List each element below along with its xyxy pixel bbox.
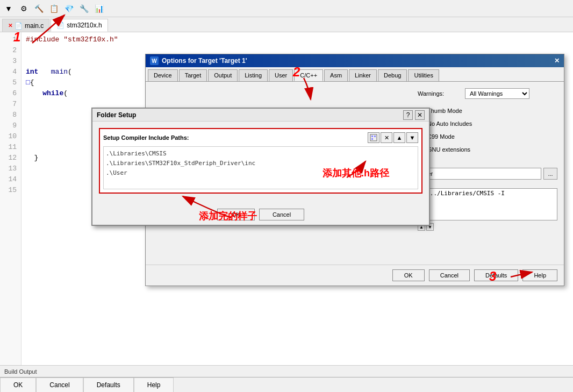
line-num: 8 — [4, 110, 17, 120]
c99-label: C99 Mode — [427, 133, 455, 140]
ip-add-btn[interactable] — [368, 132, 379, 143]
tab-main-c[interactable]: ✕ 📄 main.c — [2, 19, 49, 32]
line-num: 7 — [4, 99, 17, 110]
path-item-2: .\Libraries\STM32F10x_StdPeriph_Driver\i… — [106, 159, 416, 168]
line-num: 6 — [4, 88, 17, 99]
thumb-mode-row: Thumb Mode — [418, 108, 557, 114]
thumb-mode-label: Thumb Mode — [427, 108, 462, 114]
folder-title-bar: Folder Setup ? ✕ — [92, 109, 429, 122]
options-dialog-title: Options for Target 'Target 1' — [162, 57, 247, 65]
options-footer: OK Cancel Defaults Help — [146, 265, 564, 286]
gnu-label: GNU extensions — [427, 146, 470, 153]
folder-cancel-btn[interactable]: Cancel — [259, 209, 304, 220]
status-bar: OK Cancel Defaults Help — [0, 377, 573, 392]
folder-title-buttons: ? ✕ — [403, 110, 425, 120]
options-close-btn[interactable]: ✕ — [554, 57, 560, 65]
folder-question-btn[interactable]: ? — [403, 110, 413, 120]
line-num: 11 — [4, 142, 17, 153]
options-right: Warnings: All Warnings No Warnings Thumb… — [418, 88, 557, 258]
gnu-row: GNU extensions — [418, 146, 557, 153]
tab-listing[interactable]: Listing — [239, 69, 268, 81]
svg-rect-1 — [371, 136, 373, 137]
tab-asm[interactable]: Asm — [324, 69, 348, 81]
tab-cpp[interactable]: C/C++ — [294, 69, 323, 81]
tool-btn-1[interactable]: ⚙ — [17, 2, 30, 15]
options-title-bar: W Options for Target 'Target 1' ✕ — [146, 54, 564, 67]
tab-label-main: main.c — [25, 22, 44, 30]
tool-btn-3[interactable]: 📋 — [47, 2, 60, 15]
code-line-1: #include "stm32f10x.h" — [26, 34, 569, 45]
include-paths-toolbar: ✕ ▲ ▼ — [368, 132, 418, 143]
line-num: 13 — [4, 163, 17, 174]
folder-close-btn[interactable]: ✕ — [415, 110, 425, 120]
ip-up-btn[interactable]: ▲ — [393, 132, 405, 143]
options-dialog-icon: W — [150, 56, 159, 65]
tab-utilities[interactable]: Utilities — [408, 69, 439, 81]
no-auto-label: No Auto Includes — [427, 120, 472, 127]
line-numbers: 1 2 3 4 5 6 7 8 9 10 11 12 13 14 15 — [0, 32, 22, 365]
ip-down-btn[interactable]: ▼ — [406, 132, 418, 143]
user-browse-btn[interactable]: ... — [543, 168, 557, 180]
user-input[interactable] — [418, 168, 541, 180]
tool-btn-6[interactable]: 📊 — [92, 2, 105, 15]
line-num: 5 — [4, 77, 17, 88]
dropdown-btn[interactable]: ▼ — [2, 2, 15, 15]
user-input-row: ... — [418, 168, 557, 180]
line-num: 15 — [4, 185, 17, 196]
misc-section: -I ../Libraries/CMSIS -I ▲ ▼ — [418, 188, 557, 231]
options-tabs: Device Target Output Listing User C/C++ … — [146, 67, 564, 82]
tab-linker[interactable]: Linker — [349, 69, 377, 81]
line-num: 2 — [4, 45, 17, 56]
tab-user[interactable]: User — [269, 69, 293, 81]
tab-device[interactable]: Device — [148, 69, 178, 81]
tab-bar: ✕ 📄 main.c 📄 stm32f10x.h — [0, 17, 573, 32]
line-num: 4 — [4, 67, 17, 77]
line-num: 10 — [4, 131, 17, 142]
user-section: ... — [418, 168, 557, 180]
folder-content: Setup Compiler Include Paths: ✕ ▲ ▼ .\Li… — [92, 122, 429, 204]
tab-target[interactable]: Target — [179, 69, 207, 81]
tab-icon-stm32: 📄 — [56, 22, 65, 29]
options-cancel-btn[interactable]: Cancel — [429, 269, 470, 281]
tab-debug[interactable]: Debug — [378, 69, 407, 81]
tab-icon-main: 📄 — [15, 22, 23, 30]
misc-textarea[interactable]: -I ../Libraries/CMSIS -I — [418, 188, 557, 220]
warnings-label: Warnings: — [418, 90, 461, 97]
line-num: 3 — [4, 56, 17, 67]
include-paths-label: Setup Compiler Include Paths: — [103, 134, 189, 141]
path-item-3: .\User — [106, 168, 416, 178]
options-ok-btn[interactable]: OK — [392, 269, 425, 281]
line-num: 9 — [4, 120, 17, 131]
no-auto-row: No Auto Includes — [418, 120, 557, 127]
tool-btn-4[interactable]: 💎 — [62, 2, 75, 15]
main-toolbar: ▼ ⚙ 🔨 📋 💎 🔧 📊 — [0, 0, 573, 17]
options-help-btn[interactable]: Help — [522, 269, 557, 281]
build-output-label: Build Output — [4, 368, 37, 375]
c99-row: C99 Mode — [418, 133, 557, 140]
paths-list[interactable]: .\Libraries\CMSIS .\Libraries\STM32F10x_… — [103, 146, 418, 189]
tab-output[interactable]: Output — [208, 69, 238, 81]
svg-rect-0 — [370, 134, 377, 141]
ip-delete-btn[interactable]: ✕ — [381, 132, 392, 143]
path-item-1: .\Libraries\CMSIS — [106, 149, 416, 159]
status-ok-btn[interactable]: OK — [0, 377, 36, 393]
warnings-row: Warnings: All Warnings No Warnings — [418, 88, 557, 99]
line-num: 12 — [4, 153, 17, 163]
line-num: 1 — [4, 34, 17, 45]
tab-stm32[interactable]: 📄 stm32f10x.h — [51, 19, 108, 32]
warnings-select[interactable]: All Warnings No Warnings — [465, 88, 529, 99]
folder-ok-btn[interactable]: OK — [217, 209, 255, 220]
status-help-btn[interactable]: Help — [134, 377, 174, 393]
tab-close-main[interactable]: ✕ — [8, 23, 12, 28]
status-cancel-btn[interactable]: Cancel — [36, 377, 83, 393]
tool-btn-2[interactable]: 🔨 — [32, 2, 45, 15]
folder-footer: OK Cancel — [92, 204, 429, 225]
svg-rect-3 — [371, 138, 373, 140]
tool-btn-5[interactable]: 🔧 — [77, 2, 90, 15]
svg-rect-2 — [374, 136, 376, 137]
bottom-panel: Build Output — [0, 365, 573, 377]
include-paths-header: Setup Compiler Include Paths: ✕ ▲ ▼ — [103, 132, 418, 143]
status-defaults-btn[interactable]: Defaults — [83, 377, 134, 393]
options-defaults-btn[interactable]: Defaults — [474, 269, 518, 281]
folder-title: Folder Setup — [97, 111, 136, 119]
